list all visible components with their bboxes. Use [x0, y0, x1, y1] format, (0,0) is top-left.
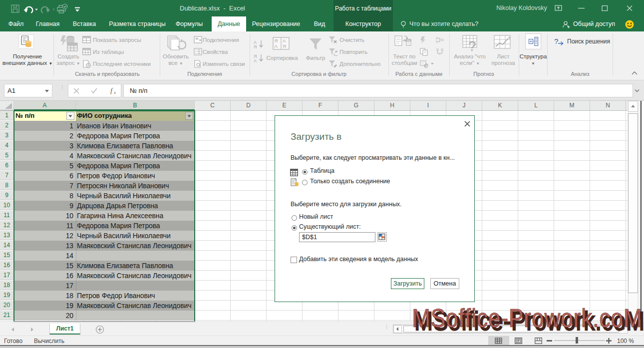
svg-text:А: А [275, 43, 278, 49]
svg-text:А: А [254, 58, 257, 63]
svg-text:?: ? [554, 37, 558, 45]
svg-text:?: ? [468, 38, 476, 53]
svg-text:А: А [254, 40, 257, 45]
svg-text:Я: Я [254, 44, 257, 49]
svg-text:А: А [283, 38, 286, 43]
svg-text:Я: Я [275, 38, 278, 43]
svg-text:Я: Я [283, 43, 286, 49]
svg-text:x: x [113, 90, 116, 94]
svg-text:MSoffice-Prowork.coM: MSoffice-Prowork.coM [412, 303, 642, 333]
svg-text:f: f [110, 87, 113, 94]
svg-text:Я: Я [254, 54, 257, 59]
